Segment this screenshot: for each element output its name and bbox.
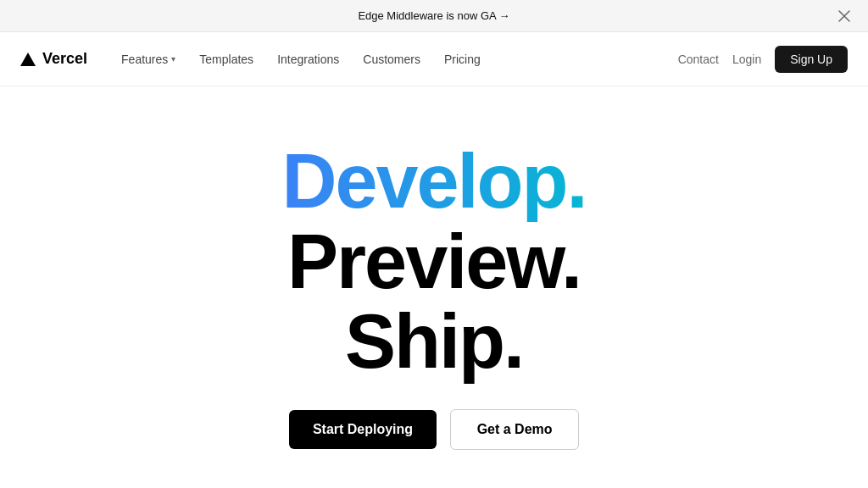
nav-customers[interactable]: Customers [363,53,420,66]
nav-pricing[interactable]: Pricing [444,53,481,66]
nav-contact[interactable]: Contact [678,53,719,66]
get-demo-button[interactable]: Get a Demo [450,409,579,450]
announcement-close-button[interactable] [834,6,854,26]
nav-links: Features ▾ Templates Integrations Custom… [121,53,678,66]
announcement-text: Edge Middleware is now GA → [358,9,509,22]
navbar: Vercel Features ▾ Templates Integrations… [0,32,868,86]
logo-triangle-icon [20,53,36,66]
nav-right: Contact Login Sign Up [678,46,848,73]
nav-templates[interactable]: Templates [199,53,253,66]
hero-line-develop: Develop. [281,141,586,222]
chevron-down-icon: ▾ [171,54,175,64]
hero-line-preview: Preview. [281,222,586,302]
hero-line-ship: Ship. [281,302,586,382]
nav-integrations[interactable]: Integrations [277,53,339,66]
announcement-bar: Edge Middleware is now GA → [0,0,868,32]
logo[interactable]: Vercel [20,50,87,68]
signup-button[interactable]: Sign Up [775,46,848,73]
hero-headline: Develop. Preview. Ship. [281,141,586,382]
nav-features[interactable]: Features ▾ [121,53,175,66]
logo-text: Vercel [42,50,87,68]
hero-section: Develop. Preview. Ship. Start Deploying … [0,86,868,488]
start-deploying-button[interactable]: Start Deploying [289,410,437,449]
hero-buttons: Start Deploying Get a Demo [289,409,579,450]
nav-login[interactable]: Login [732,53,761,66]
